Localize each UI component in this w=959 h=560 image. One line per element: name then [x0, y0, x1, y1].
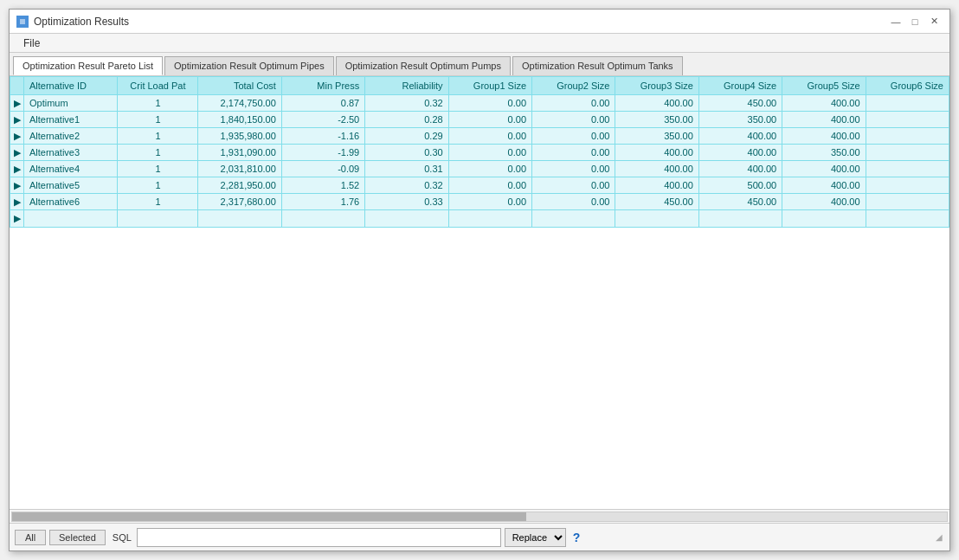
cell-expand[interactable]: ▶ — [10, 112, 24, 128]
table-container[interactable]: Alternative ID Crit Load Pat Total Cost … — [10, 76, 949, 509]
cell-group1: 0.00 — [448, 177, 531, 194]
tab-pareto[interactable]: Optimization Result Pareto List — [13, 56, 163, 75]
cell-group5: 400.00 — [782, 161, 866, 177]
cell-group2: 0.00 — [532, 194, 615, 210]
cell-reliability — [365, 210, 448, 228]
cell-group5 — [782, 210, 866, 228]
cell-expand[interactable]: ▶ — [10, 161, 24, 177]
replace-select[interactable]: Replace — [505, 528, 566, 547]
cell-group5: 350.00 — [782, 145, 866, 161]
cell-alt_id: Optimum — [24, 95, 118, 112]
cell-group5: 400.00 — [782, 112, 866, 128]
tabs-bar: Optimization Result Pareto List Optimiza… — [10, 53, 949, 76]
cell-min_press: 1.52 — [281, 177, 364, 194]
cell-group5: 400.00 — [782, 194, 866, 210]
cell-min_press: -0.09 — [281, 161, 364, 177]
cell-group4: 350.00 — [698, 112, 782, 128]
maximize-button[interactable]: □ — [906, 14, 924, 29]
cell-reliability: 0.33 — [365, 194, 448, 210]
cell-total_cost — [198, 210, 281, 228]
cell-group6 — [866, 177, 949, 194]
tab-tanks[interactable]: Optimization Result Optimum Tanks — [512, 56, 683, 75]
cell-alt_id: Alternative3 — [24, 145, 118, 161]
cell-group3: 350.00 — [615, 112, 698, 128]
app-icon — [16, 16, 29, 28]
menu-file[interactable]: File — [16, 35, 47, 51]
cell-min_press: -2.50 — [281, 112, 364, 128]
cell-group6 — [866, 210, 949, 228]
cell-group2: 0.00 — [532, 177, 615, 194]
sql-input[interactable] — [137, 528, 501, 547]
cell-crit_load: 1 — [118, 161, 198, 177]
col-header-group6: Group6 Size — [866, 77, 949, 95]
cell-group6 — [866, 95, 949, 112]
cell-group6 — [866, 194, 949, 210]
cell-alt_id: Alternative5 — [24, 177, 118, 194]
cell-reliability: 0.32 — [365, 95, 448, 112]
horizontal-scrollbar[interactable] — [11, 512, 948, 522]
window-title: Optimization Results — [34, 16, 129, 28]
content-area: Alternative ID Crit Load Pat Total Cost … — [10, 76, 949, 523]
help-button[interactable]: ? — [570, 531, 584, 544]
horizontal-scrollbar-area — [10, 509, 949, 523]
cell-alt_id: Alternative2 — [24, 128, 118, 145]
cell-group4: 500.00 — [698, 177, 782, 194]
cell-expand[interactable]: ▶ — [10, 210, 24, 228]
cell-group3: 400.00 — [615, 161, 698, 177]
cell-total_cost: 2,031,810.00 — [198, 161, 281, 177]
cell-group3: 400.00 — [615, 177, 698, 194]
tab-pumps[interactable]: Optimization Result Optimum Pumps — [336, 56, 511, 75]
cell-expand[interactable]: ▶ — [10, 145, 24, 161]
cell-group1 — [448, 210, 531, 228]
cell-expand[interactable]: ▶ — [10, 177, 24, 194]
cell-reliability: 0.30 — [365, 145, 448, 161]
cell-group1: 0.00 — [448, 95, 531, 112]
col-header-group5: Group5 Size — [782, 77, 866, 95]
minimize-button[interactable]: — — [887, 14, 904, 29]
table-row[interactable]: ▶Alternative311,931,090.00-1.990.300.000… — [10, 145, 949, 161]
cell-min_press: -1.99 — [281, 145, 364, 161]
col-header-group1: Group1 Size — [448, 77, 531, 95]
sql-label: SQL — [113, 532, 132, 543]
cell-crit_load — [118, 210, 198, 228]
table-row[interactable]: ▶Alternative612,317,680.001.760.330.000.… — [10, 194, 949, 210]
cell-reliability: 0.32 — [365, 177, 448, 194]
bottom-bar: All Selected SQL Replace ? ◢ — [10, 523, 949, 550]
cell-total_cost: 2,174,750.00 — [198, 95, 281, 112]
cell-crit_load: 1 — [118, 112, 198, 128]
table-row[interactable]: ▶Optimum12,174,750.000.870.320.000.00400… — [10, 95, 949, 112]
cell-expand[interactable]: ▶ — [10, 95, 24, 112]
selected-button[interactable]: Selected — [49, 530, 106, 545]
main-window: Optimization Results — □ ✕ File Optimiza… — [9, 9, 950, 551]
col-header-group2: Group2 Size — [532, 77, 615, 95]
cell-total_cost: 1,931,090.00 — [198, 145, 281, 161]
cell-group4: 450.00 — [698, 95, 782, 112]
cell-group4: 400.00 — [698, 145, 782, 161]
cell-group2: 0.00 — [532, 145, 615, 161]
cell-group1: 0.00 — [448, 145, 531, 161]
cell-expand[interactable]: ▶ — [10, 194, 24, 210]
cell-alt_id — [24, 210, 118, 228]
cell-expand[interactable]: ▶ — [10, 128, 24, 145]
cell-alt_id: Alternative1 — [24, 112, 118, 128]
col-header-group4: Group4 Size — [698, 77, 782, 95]
table-row[interactable]: ▶Alternative111,840,150.00-2.500.280.000… — [10, 112, 949, 128]
close-button[interactable]: ✕ — [925, 14, 943, 29]
table-row[interactable]: ▶Alternative512,281,950.001.520.320.000.… — [10, 177, 949, 194]
table-row[interactable]: ▶Alternative412,031,810.00-0.090.310.000… — [10, 161, 949, 177]
results-table: Alternative ID Crit Load Pat Total Cost … — [10, 76, 949, 228]
col-header-expand — [10, 77, 24, 95]
table-row[interactable]: ▶ — [10, 210, 949, 228]
col-header-reliability: Reliability — [365, 77, 448, 95]
cell-group5: 400.00 — [782, 128, 866, 145]
cell-group4: 400.00 — [698, 161, 782, 177]
tab-pipes[interactable]: Optimization Result Optimum Pipes — [164, 56, 334, 75]
all-button[interactable]: All — [15, 530, 46, 545]
cell-group2 — [532, 210, 615, 228]
col-header-total-cost: Total Cost — [198, 77, 281, 95]
cell-total_cost: 1,840,150.00 — [198, 112, 281, 128]
col-header-min-press: Min Press — [281, 77, 364, 95]
cell-group2: 0.00 — [532, 161, 615, 177]
table-row[interactable]: ▶Alternative211,935,980.00-1.160.290.000… — [10, 128, 949, 145]
cell-min_press — [281, 210, 364, 228]
